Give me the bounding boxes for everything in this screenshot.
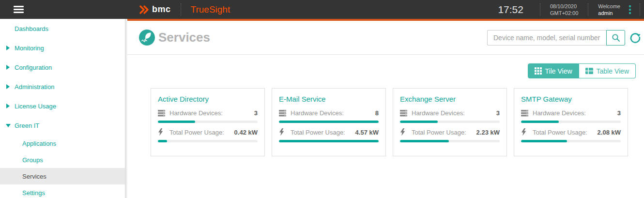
service-name: Active Directory (158, 95, 258, 103)
sidebar-item-label: License Usage (15, 103, 56, 110)
tile-view-label: Tile View (545, 67, 572, 75)
welcome-label: Welcome (598, 3, 620, 10)
sidebar-item-applications[interactable]: Applications (0, 135, 127, 152)
bmc-brand-text: bmc (152, 4, 171, 15)
power-metric: Total Power Usage: 0.42 kW (158, 128, 258, 136)
power-label: Total Power Usage: (412, 129, 466, 136)
sidebar-item-dashboards[interactable]: Dashboards (0, 19, 127, 38)
refresh-icon (629, 32, 641, 44)
table-view-label: Table View (597, 67, 629, 75)
top-bar: bmc TrueSight 17:52 08/10/2020 GMT+02:00… (0, 0, 644, 19)
sidebar-item-administration[interactable]: Administration (0, 77, 127, 96)
hardware-count: 3 (617, 109, 621, 117)
power-value: 0.42 kW (234, 129, 258, 136)
user-block: Welcome admin (598, 3, 620, 16)
hardware-count: 3 (254, 109, 258, 117)
page-header: Services (127, 21, 644, 55)
table-view-button[interactable]: Table View (579, 63, 636, 78)
power-progress (279, 140, 379, 142)
service-name: SMTP Gateway (521, 95, 621, 103)
header-divider (540, 3, 540, 16)
search-icon (612, 33, 620, 42)
power-label: Total Power Usage: (169, 129, 224, 136)
page-title: Services (158, 30, 487, 45)
sidebar-item-configuration[interactable]: Configuration (0, 58, 127, 77)
bmc-logo-icon (138, 4, 150, 15)
sidebar-item-label: Groups (22, 156, 43, 164)
sidebar-item-label: Services (22, 173, 46, 180)
product-name: TrueSight (191, 4, 230, 15)
clock: 17:52 (498, 4, 523, 15)
hamburger-menu-icon[interactable] (14, 6, 24, 13)
header-divider (588, 3, 588, 16)
search-button[interactable] (606, 30, 625, 46)
power-metric: Total Power Usage: 2.08 kW (521, 128, 621, 136)
service-tile-exchange-server[interactable]: Exchange Server Hardware Devices: 3 (393, 88, 507, 156)
hardware-progress (521, 121, 621, 123)
service-tile-active-directory[interactable]: Active Directory Hardware Devices: 3 (151, 88, 265, 156)
date-timezone: 08/10/2020 GMT+02:00 (550, 3, 578, 16)
service-tile-email-service[interactable]: E-Mail Service Hardware Devices: 8 T (272, 88, 386, 156)
hardware-label: Hardware Devices: (412, 109, 465, 117)
main-content: Services (127, 21, 644, 198)
hardware-progress (158, 121, 258, 123)
kebab-menu-icon[interactable] (629, 5, 631, 14)
sidebar-item-services[interactable]: Services (0, 168, 125, 184)
search-input[interactable] (487, 30, 606, 46)
hardware-metric: Hardware Devices: 3 (400, 109, 500, 117)
view-toggle: Tile View Table View (528, 63, 636, 78)
server-stack-icon (521, 110, 529, 117)
sidebar-item-monitoring[interactable]: Monitoring (0, 38, 127, 58)
sidebar-item-label: Dashboards (15, 25, 48, 32)
hardware-progress (400, 121, 500, 123)
power-label: Total Power Usage: (291, 129, 345, 136)
power-metric: Total Power Usage: 2.23 kW (400, 128, 500, 136)
lightning-bolt-icon (279, 128, 287, 136)
tile-view-button[interactable]: Tile View (528, 63, 579, 78)
lightning-bolt-icon (521, 128, 529, 136)
power-metric: Total Power Usage: 4.57 kW (279, 128, 379, 136)
service-tile-smtp-gateway[interactable]: SMTP Gateway Hardware Devices: 3 Tot (514, 88, 628, 156)
table-icon (585, 68, 593, 74)
refresh-button[interactable] (629, 31, 642, 45)
service-name: E-Mail Service (279, 95, 379, 103)
power-label: Total Power Usage: (533, 129, 587, 136)
sidebar-item-groups[interactable]: Groups (0, 152, 127, 168)
sidebar-nav: Dashboards Monitoring Configuration Admi… (0, 19, 127, 198)
sidebar-item-license-usage[interactable]: License Usage (0, 96, 127, 116)
header-divider (640, 3, 640, 16)
lightning-bolt-icon (158, 128, 166, 136)
header-divider (181, 3, 181, 16)
search-group (487, 30, 642, 46)
sidebar-item-settings[interactable]: Settings (0, 184, 127, 198)
chevron-right-icon (6, 65, 10, 70)
power-value: 2.08 kW (598, 129, 621, 136)
service-tiles: Active Directory Hardware Devices: 3 (127, 78, 644, 156)
view-toolbar: Tile View Table View (127, 55, 644, 78)
server-stack-icon (158, 110, 166, 117)
hardware-count: 8 (375, 109, 379, 117)
hardware-metric: Hardware Devices: 3 (521, 109, 621, 117)
header-right-zone: 17:52 08/10/2020 GMT+02:00 Welcome admin (498, 0, 640, 19)
power-value: 2.23 kW (476, 129, 500, 136)
hardware-label: Hardware Devices: (169, 109, 223, 117)
server-stack-icon (400, 110, 408, 117)
sidebar-item-label: Administration (15, 83, 54, 91)
sidebar-item-label: Monitoring (15, 45, 44, 52)
chevron-right-icon (6, 104, 10, 108)
chevron-down-icon (6, 124, 11, 127)
server-stack-icon (279, 110, 287, 117)
power-progress (521, 140, 621, 142)
hardware-progress (279, 121, 379, 123)
username: admin (598, 10, 620, 16)
chevron-right-icon (6, 84, 10, 89)
sidebar-item-label: Settings (22, 189, 45, 197)
service-name: Exchange Server (400, 95, 500, 103)
hardware-label: Hardware Devices: (291, 109, 344, 117)
hardware-label: Hardware Devices: (533, 109, 586, 117)
sidebar-item-green-it[interactable]: Green IT (0, 116, 127, 135)
chevron-right-icon (6, 46, 10, 50)
timezone: GMT+02:00 (550, 10, 578, 16)
power-progress (158, 140, 258, 142)
hardware-metric: Hardware Devices: 8 (279, 109, 379, 117)
